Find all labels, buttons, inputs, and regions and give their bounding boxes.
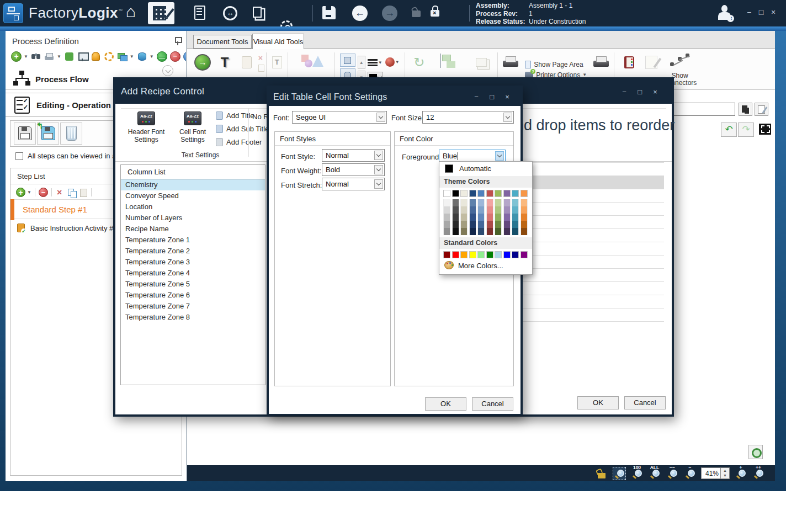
- standard-color-swatch-dark-blue[interactable]: [512, 251, 519, 258]
- status-indicator-button[interactable]: [748, 445, 763, 459]
- navigate-forward-icon[interactable]: →: [382, 6, 397, 21]
- standard-color-swatch-yellow[interactable]: [469, 251, 476, 258]
- column-list-item[interactable]: Location: [121, 201, 265, 212]
- column-list-item[interactable]: Recipe Name: [121, 224, 265, 235]
- undo-button[interactable]: ↶: [721, 123, 737, 137]
- edit-font-dialog-titlebar[interactable]: Edit Table Cell Font Settings − □ ×: [269, 88, 521, 106]
- reorder-row[interactable]: [502, 308, 664, 322]
- fit-screen-icon[interactable]: [759, 124, 771, 135]
- standard-color-swatch-light-green[interactable]: [477, 251, 485, 258]
- theme-shade-swatch[interactable]: [452, 199, 459, 206]
- save-icon[interactable]: [322, 6, 336, 19]
- paste-icon[interactable]: [78, 188, 88, 197]
- header-font-settings-button[interactable]: Aa-Zz Header FontSettings: [120, 111, 173, 143]
- tab-document-tools[interactable]: Document Tools: [193, 35, 252, 49]
- column-list-item[interactable]: Chemistry: [121, 179, 265, 190]
- zoom-percent-control[interactable]: 41%▲▼: [701, 467, 730, 479]
- column-list-item[interactable]: Number of Layers: [121, 212, 265, 224]
- find-icon[interactable]: [31, 51, 41, 62]
- theme-shade-swatch[interactable]: [460, 199, 468, 206]
- theme-shade-swatch[interactable]: [460, 228, 468, 235]
- dialog-minimize-button[interactable]: −: [622, 88, 626, 95]
- tab-visual-aid-tools[interactable]: Visual Aid Tools: [252, 34, 304, 49]
- theme-shade-swatch[interactable]: [495, 214, 502, 221]
- window-close-button[interactable]: ×: [768, 8, 778, 17]
- theme-color-swatch-red[interactable]: [486, 190, 493, 197]
- transfer-icon[interactable]: ↔: [223, 6, 237, 20]
- theme-shade-swatch[interactable]: [460, 206, 468, 214]
- theme-shade-swatch[interactable]: [443, 206, 450, 214]
- zoom-lock-button[interactable]: [595, 467, 608, 480]
- column-list-item[interactable]: Temperature Zone 7: [121, 301, 265, 312]
- column-list-item[interactable]: Temperature Zone 1: [121, 235, 265, 246]
- process-flow-label[interactable]: Process Flow: [35, 75, 89, 84]
- theme-shade-swatch[interactable]: [477, 199, 485, 206]
- font-size-dropdown[interactable]: 12: [422, 111, 514, 124]
- font-dropdown[interactable]: Segoe UI: [292, 111, 387, 124]
- save-step-button[interactable]: [14, 123, 36, 145]
- theme-shade-swatch[interactable]: [486, 206, 493, 214]
- add-recipe-ok-button[interactable]: OK: [577, 396, 619, 409]
- plugin-icon[interactable]: [65, 52, 73, 61]
- theme-shade-swatch[interactable]: [443, 214, 450, 221]
- show-page-area-button[interactable]: Show Page Area: [525, 61, 587, 68]
- theme-color-swatch-tan[interactable]: [460, 190, 468, 197]
- zoom-100-button[interactable]: 100: [630, 467, 644, 480]
- theme-color-swatch-black[interactable]: [452, 190, 459, 197]
- theme-shade-swatch[interactable]: [512, 206, 519, 214]
- cell-font-settings-button[interactable]: Aa-Zz Cell FontSettings: [173, 111, 213, 143]
- theme-shade-swatch[interactable]: [503, 199, 511, 206]
- column-list-item[interactable]: Temperature Zone 5: [121, 279, 265, 290]
- theme-shade-swatch[interactable]: [503, 206, 511, 214]
- add-icon[interactable]: [11, 51, 22, 62]
- theme-shade-swatch[interactable]: [512, 228, 519, 235]
- theme-shade-swatch[interactable]: [521, 199, 528, 206]
- remove-icon[interactable]: [170, 51, 180, 62]
- presentation-icon[interactable]: [77, 51, 88, 62]
- theme-shade-swatch[interactable]: [469, 214, 476, 221]
- theme-shade-swatch[interactable]: [469, 228, 476, 235]
- theme-shade-swatch[interactable]: [460, 214, 468, 221]
- standard-color-swatch-red[interactable]: [452, 251, 459, 258]
- theme-shade-swatch[interactable]: [521, 206, 528, 214]
- automatic-color-item[interactable]: Automatic: [439, 162, 532, 176]
- zoom-percent-value[interactable]: 41%: [701, 467, 721, 479]
- theme-shade-swatch[interactable]: [452, 221, 459, 228]
- standard-color-swatch-orange[interactable]: [460, 251, 468, 258]
- font-weight-dropdown[interactable]: Bold: [322, 163, 385, 176]
- collapse-chevron-icon[interactable]: [162, 65, 173, 76]
- dropdown-arrow-icon[interactable]: [376, 113, 385, 122]
- theme-shade-swatch[interactable]: [460, 221, 468, 228]
- column-list-item[interactable]: Temperature Zone 4: [121, 268, 265, 279]
- theme-shade-swatch[interactable]: [512, 199, 519, 206]
- add-footer-button[interactable]: Add Footer: [216, 138, 262, 146]
- dialog-close-button[interactable]: ×: [653, 88, 657, 95]
- unlock-icon[interactable]: [412, 4, 421, 17]
- dropdown-arrow-icon[interactable]: [374, 151, 383, 160]
- standard-color-swatch-dark-red[interactable]: [443, 251, 450, 258]
- redo-button[interactable]: ↷: [738, 123, 754, 137]
- theme-shade-swatch[interactable]: [486, 199, 493, 206]
- settings-icon[interactable]: [104, 52, 114, 61]
- web-icon[interactable]: [157, 51, 167, 62]
- pause-icon[interactable]: [183, 51, 187, 62]
- theme-shade-swatch[interactable]: [486, 214, 493, 221]
- column-list-item[interactable]: Temperature Zone 8: [121, 312, 265, 323]
- theme-shade-swatch[interactable]: [521, 221, 528, 228]
- theme-shade-swatch[interactable]: [495, 199, 502, 206]
- process-editor-button[interactable]: [148, 2, 174, 24]
- edit-font-ok-button[interactable]: OK: [425, 397, 466, 411]
- theme-color-swatch-green[interactable]: [495, 190, 502, 197]
- document-insert-icon[interactable]: [194, 6, 205, 20]
- zoom-percent-spinner[interactable]: ▲▼: [721, 467, 730, 479]
- theme-shade-swatch[interactable]: [469, 206, 476, 214]
- dropdown-arrow-icon[interactable]: [503, 113, 512, 122]
- alert-icon[interactable]: [92, 52, 100, 61]
- theme-shade-swatch[interactable]: [495, 221, 502, 228]
- standard-color-swatch-green[interactable]: [486, 251, 493, 258]
- dropdown-caret-icon[interactable]: ▼: [57, 54, 61, 59]
- save-as-button[interactable]: ↰: [37, 123, 59, 145]
- theme-shade-swatch[interactable]: [486, 228, 493, 235]
- reorder-row[interactable]: [502, 295, 664, 308]
- cut-icon[interactable]: ×: [258, 54, 264, 62]
